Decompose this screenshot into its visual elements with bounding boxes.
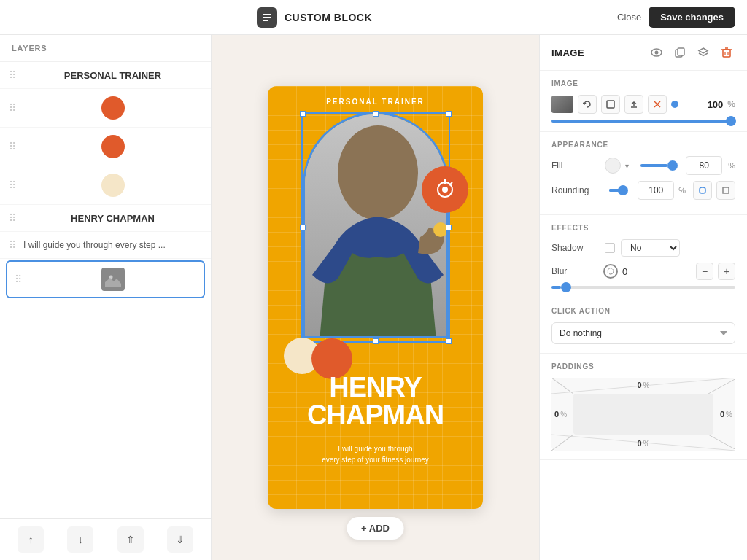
svg-point-6	[338, 125, 418, 220]
layer-item[interactable]: ⠿	[0, 128, 211, 166]
drag-handle[interactable]: ⠿	[9, 212, 16, 224]
drag-handle[interactable]: ⠿	[9, 102, 16, 114]
card-photo	[303, 112, 449, 338]
fill-row: Fill ▾ 80 %	[551, 156, 735, 175]
padding-top[interactable]: 0 %	[637, 381, 649, 389]
close-button[interactable]: Close	[617, 12, 641, 23]
move-up-button[interactable]: ↑	[18, 526, 44, 553]
padding-bottom[interactable]: 0 %	[637, 439, 649, 448]
name-line1: HENRY	[268, 373, 483, 401]
svg-point-28	[608, 268, 614, 274]
padding-inner	[573, 394, 713, 435]
opacity-slider[interactable]	[551, 120, 735, 122]
topbar-right: Close Save changes	[617, 7, 735, 28]
save-button[interactable]: Save changes	[649, 7, 735, 28]
fill-label: Fill	[551, 160, 599, 171]
canvas-area: PERSONAL TRAINER	[212, 35, 539, 560]
image-thumbnail	[551, 96, 573, 113]
svg-rect-21	[607, 101, 614, 108]
corner-style-square[interactable]	[716, 181, 735, 200]
move-to-top-button[interactable]: ⇑	[117, 526, 144, 553]
layer-item[interactable]: ⠿ PERSONAL TRAINER	[0, 62, 211, 89]
padding-right[interactable]: 0 %	[720, 410, 732, 419]
rounding-percent: %	[678, 186, 686, 195]
fill-value[interactable]: 80	[686, 156, 722, 175]
click-action-select[interactable]: Do nothing Open URL Scroll to section	[551, 322, 735, 344]
duplicate-icon[interactable]	[671, 44, 689, 61]
shadow-select[interactable]: No Small Medium Large	[621, 239, 680, 257]
edit-image-button[interactable]	[601, 95, 620, 114]
fill-color-picker[interactable]	[605, 158, 621, 174]
click-action-title: CLICK ACTION	[551, 307, 735, 315]
rounding-value[interactable]: 100	[638, 181, 674, 200]
add-button[interactable]: + ADD	[347, 517, 404, 540]
drag-handle[interactable]: ⠿	[9, 179, 16, 191]
blur-increase-button[interactable]: +	[718, 262, 735, 280]
fill-percent: %	[728, 161, 735, 170]
image-row: 100 %	[551, 95, 735, 114]
card-name: HENRY CHAPMAN	[268, 373, 483, 429]
svg-line-34	[708, 378, 735, 394]
paddings-control[interactable]: 0 % 0 % 0 % 0 %	[551, 378, 735, 451]
svg-rect-0	[263, 14, 271, 15]
layer-item[interactable]: ⠿ I will guide you through every step ..…	[0, 232, 211, 259]
layer-item[interactable]: ⠿ HENRY CHAPMAN	[0, 205, 211, 232]
layer-item[interactable]: ⠿	[0, 166, 211, 205]
layer-label: HENRY CHAPMAN	[23, 213, 202, 224]
opacity-percent: %	[727, 99, 735, 109]
remove-image-button[interactable]	[648, 95, 667, 114]
drag-handle[interactable]: ⠿	[9, 69, 16, 81]
fill-chevron-icon[interactable]: ▾	[625, 162, 629, 170]
svg-rect-26	[700, 187, 705, 193]
shadow-checkbox[interactable]	[605, 243, 615, 253]
svg-line-29	[551, 378, 573, 394]
layer-circle-thumb	[101, 174, 125, 197]
layer-label: I will guide you through every step ...	[23, 240, 202, 250]
topbar-center: CUSTOM BLOCK	[257, 7, 372, 28]
rounding-label: Rounding	[551, 185, 599, 195]
drag-handle[interactable]: ⠿	[15, 273, 22, 285]
card-top-label: PERSONAL TRAINER	[268, 98, 483, 106]
move-down-button[interactable]: ↓	[67, 526, 93, 553]
corner-style-rounded[interactable]	[693, 181, 712, 200]
editor-title: CUSTOM BLOCK	[285, 12, 372, 23]
rounding-row: Rounding 100 %	[551, 181, 735, 200]
blur-slider[interactable]	[551, 286, 735, 289]
layers-icon[interactable]	[694, 44, 712, 61]
blur-decrease-button[interactable]: −	[696, 262, 713, 280]
blur-label: Blur	[551, 266, 599, 276]
svg-line-31	[551, 435, 573, 451]
rounding-slider[interactable]	[609, 189, 627, 192]
drag-handle[interactable]: ⠿	[9, 141, 16, 152]
fill-slider[interactable]	[640, 164, 674, 167]
shadow-row: Shadow No Small Medium Large	[551, 239, 735, 257]
image-section: IMAGE 100 %	[540, 71, 747, 132]
svg-point-7	[433, 222, 448, 237]
svg-rect-2	[263, 20, 268, 21]
delete-icon[interactable]	[718, 44, 735, 61]
layer-item-selected[interactable]: ⠿	[6, 260, 205, 298]
click-action-section: CLICK ACTION Do nothing Open URL Scroll …	[540, 298, 747, 354]
layer-item[interactable]: ⠿	[0, 89, 211, 128]
layers-header: LAYERS	[0, 35, 211, 62]
opacity-value: 100	[708, 99, 724, 110]
svg-rect-27	[723, 187, 729, 193]
upload-image-button[interactable]	[624, 95, 643, 114]
move-to-bottom-button[interactable]: ⇓	[167, 526, 193, 553]
replace-image-button[interactable]	[578, 95, 597, 114]
layer-label: PERSONAL TRAINER	[23, 70, 202, 81]
right-panel-toolbar	[648, 44, 735, 61]
linked-indicator	[671, 101, 678, 108]
padding-left[interactable]: 0 %	[554, 410, 567, 419]
svg-line-11	[449, 182, 452, 185]
image-section-title: IMAGE	[551, 79, 735, 88]
design-card[interactable]: PERSONAL TRAINER	[268, 86, 483, 509]
appearance-section: APPEARANCE Fill ▾ 80 % Rounding	[540, 132, 747, 215]
drag-handle[interactable]: ⠿	[9, 239, 16, 251]
svg-point-9	[442, 187, 448, 192]
svg-line-33	[551, 378, 573, 394]
card-sub-text: I will guide you throughevery step of yo…	[268, 443, 483, 465]
visibility-icon[interactable]	[648, 44, 665, 61]
blur-icon	[603, 264, 618, 279]
app-logo	[257, 7, 277, 28]
